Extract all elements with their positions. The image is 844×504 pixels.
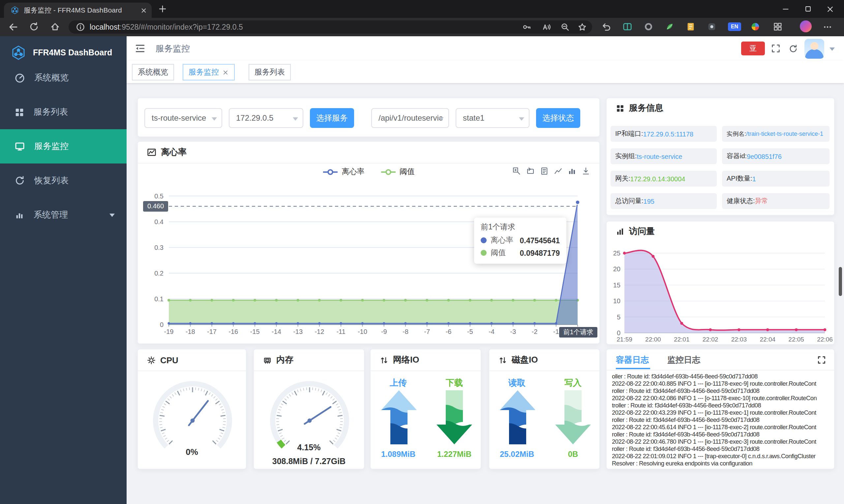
sidebar-item-system-manage[interactable]: 系统管理 (0, 198, 127, 232)
tab-monitor-logs[interactable]: 监控日志 (667, 355, 700, 366)
tab-container-logs[interactable]: 容器日志 (616, 355, 649, 366)
svg-text:-15: -15 (250, 328, 260, 335)
undo-icon[interactable] (601, 22, 612, 32)
select-service-button[interactable]: 选择服务 (310, 108, 354, 128)
ring-extension-icon[interactable] (644, 22, 654, 32)
leaf-extension-icon[interactable] (665, 22, 675, 32)
alert-button[interactable]: 亚 (741, 41, 765, 55)
notebook-extension-icon[interactable] (686, 22, 696, 32)
legend-label: 离心率 (342, 167, 365, 177)
zoom-icon[interactable] (560, 22, 570, 32)
reload-icon[interactable] (789, 44, 798, 53)
tag-overview[interactable]: 系统概览 (132, 64, 174, 80)
line-chart-toggle-icon[interactable] (554, 167, 562, 175)
filter-card: ts-route-service 172.29.0.5 选择服务 /api/v1… (137, 97, 600, 137)
site-info-icon[interactable] (76, 22, 85, 32)
select-value: /api/v1/routeservic (378, 113, 443, 123)
legend-eccentricity[interactable]: 离心率 (323, 167, 365, 177)
log-line: 2022-08-22 22:00:40.885 INFO 1 --- [io-1… (612, 380, 831, 388)
read-aloud-icon[interactable] (542, 22, 551, 32)
svg-text:-3: -3 (510, 328, 516, 335)
ip-select[interactable]: 172.29.0.5 (229, 108, 303, 128)
expand-logs-icon[interactable] (817, 355, 826, 364)
wave-chart-icon (147, 148, 156, 157)
svg-text:-18: -18 (186, 328, 195, 335)
home-icon[interactable] (50, 22, 61, 32)
favorite-star-icon[interactable] (578, 22, 587, 32)
read-label: 读取 (489, 377, 545, 389)
back-icon[interactable] (8, 22, 18, 32)
svg-text:22:00: 22:00 (645, 336, 661, 343)
svg-text:-12: -12 (315, 328, 324, 335)
new-tab-button[interactable] (158, 5, 167, 13)
dark-extension-icon[interactable] (707, 22, 717, 32)
sidebar-item-label: 系统概览 (34, 72, 69, 84)
password-key-icon[interactable] (522, 22, 532, 32)
legend-threshold[interactable]: 阈值 (380, 167, 415, 177)
window-maximize-button[interactable] (796, 0, 819, 18)
tab-close-icon[interactable] (140, 6, 148, 14)
bar-chart-icon (15, 210, 24, 220)
tag-service-monitor[interactable]: 服务监控 (183, 64, 235, 80)
sidebar-item-recovery-list[interactable]: 恢复列表 (0, 163, 127, 198)
pinwheel-extension-icon[interactable] (750, 22, 761, 32)
url-field[interactable]: localhost:9528/#/monitor/index?ip=172.29… (69, 20, 592, 34)
memory-value: 4.15% (254, 443, 364, 452)
download-arrow-icon (436, 390, 472, 444)
svg-text:-11: -11 (336, 328, 345, 335)
chevron-down-icon (109, 214, 115, 217)
tag-close-icon[interactable] (222, 69, 229, 75)
window-close-button[interactable] (819, 0, 841, 18)
sidebar-item-overview[interactable]: 系统概览 (0, 61, 127, 95)
bar-chart-toggle-icon[interactable] (568, 167, 576, 175)
svg-text:0.3: 0.3 (154, 244, 163, 251)
split-screen-extension-icon[interactable] (623, 22, 633, 32)
collections-grid-icon[interactable] (773, 22, 783, 32)
api-select[interactable]: /api/v1/routeservic (371, 108, 449, 128)
browser-menu-icon[interactable] (823, 22, 833, 33)
info-ip-port: IP和端口: 172.29.0.5:11178 (611, 126, 717, 142)
page-scrollbar-thumb[interactable] (839, 267, 842, 296)
write-label: 写入 (545, 377, 601, 389)
tooltip-label: 离心率 (490, 235, 513, 245)
cpu-header: CPU (138, 349, 246, 371)
download-icon[interactable] (581, 167, 590, 175)
monitor-icon (15, 141, 25, 151)
service-group-select[interactable]: ts-route-service (144, 108, 222, 128)
breadcrumb: 服务监控 (156, 36, 190, 61)
chevron-down-icon (293, 118, 298, 121)
state-select[interactable]: state1 (456, 108, 529, 128)
series-dot (481, 250, 487, 256)
zoom-select-icon[interactable] (512, 167, 521, 175)
app-logo[interactable]: FFR4MS DashBoard (0, 42, 112, 63)
memory-chip-icon (263, 356, 272, 364)
log-line: 2022-08-22 22:00:43.239 INFO 1 --- [io-1… (612, 409, 831, 417)
tag-service-list[interactable]: 服务列表 (249, 64, 291, 80)
data-view-icon[interactable] (540, 167, 549, 175)
refresh-icon[interactable] (29, 22, 39, 32)
sidebar-item-service-list[interactable]: 服务列表 (0, 95, 127, 129)
window-minimize-button[interactable] (774, 0, 796, 18)
eccentricity-header: 离心率 (138, 142, 599, 163)
log-line: 2022-08-22 22:00:46.780 INFO 1 --- [io-1… (612, 438, 831, 446)
log-line: 2022-08-22 22:01:09.012 INFO 1 --- [trap… (612, 453, 831, 460)
svg-text:-5: -5 (467, 328, 473, 335)
info-value: 9e00851f76 (747, 152, 782, 160)
fullscreen-icon[interactable] (771, 43, 781, 53)
browser-tab[interactable]: 服务监控 - FFR4MS DashBoard (4, 3, 152, 18)
browser-profile-avatar[interactable] (800, 20, 812, 32)
info-value: 1 (752, 175, 756, 182)
translate-extension-badge[interactable]: EN (728, 22, 741, 31)
zoom-reset-icon[interactable] (526, 167, 535, 175)
sidebar-toggle-icon[interactable] (134, 43, 146, 54)
info-label: 容器id: (726, 151, 747, 161)
info-label: 网关: (615, 174, 630, 183)
log-output[interactable]: oller : Route id: f3d4d4ef-693b-4456-8ee… (612, 373, 831, 467)
user-avatar[interactable] (805, 39, 824, 58)
select-state-button[interactable]: 选择状态 (536, 108, 580, 128)
info-label: 实例名: (726, 129, 746, 138)
svg-text:21:59: 21:59 (616, 336, 632, 343)
sidebar-item-service-monitor[interactable]: 服务监控 (0, 129, 127, 163)
card-title: 离心率 (161, 146, 186, 158)
avatar-caret-icon[interactable] (829, 48, 835, 51)
